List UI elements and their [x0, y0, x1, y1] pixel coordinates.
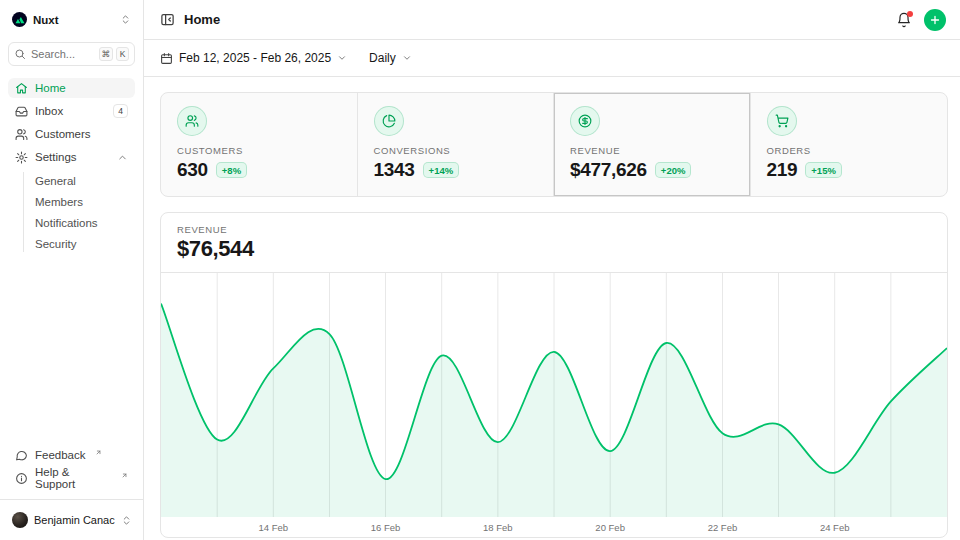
date-range-picker[interactable]: Feb 12, 2025 - Feb 26, 2025 [160, 51, 347, 65]
inbox-count-badge: 4 [113, 104, 128, 118]
user-name: Benjamin Canac [34, 514, 115, 526]
date-range-label: Feb 12, 2025 - Feb 26, 2025 [179, 51, 331, 65]
x-tick-label: 14 Feb [258, 522, 288, 533]
sidebar-item-label: Inbox [35, 105, 63, 117]
cart-icon [767, 106, 797, 136]
sidebar-item-general[interactable]: General [24, 170, 135, 191]
sidebar-collapse-icon[interactable] [160, 12, 175, 27]
chart-header: REVENUE $76,544 [161, 213, 947, 272]
interval-label: Daily [369, 51, 396, 65]
delta-badge: +14% [423, 162, 460, 178]
sidebar-item-home[interactable]: Home [8, 78, 135, 98]
stat-label: REVENUE [570, 145, 734, 156]
sidebar-item-settings[interactable]: Settings [8, 147, 135, 167]
settings-submenu: General Members Notifications Security [23, 170, 135, 254]
add-button[interactable] [924, 9, 946, 31]
divider [0, 499, 143, 500]
chevron-down-icon [337, 53, 347, 63]
external-link-icon [121, 472, 128, 479]
page-title: Home [184, 12, 220, 27]
filter-toolbar: Feb 12, 2025 - Feb 26, 2025 Daily [144, 40, 960, 77]
kbd-cmd: ⌘ [99, 47, 114, 61]
search-input[interactable]: Search... ⌘ K [8, 42, 135, 66]
calendar-icon [160, 52, 173, 65]
kbd-k: K [116, 47, 129, 61]
chevron-up-down-icon [121, 515, 132, 526]
sidebar-item-label: Feedback [35, 449, 86, 461]
workspace-name: Nuxt [33, 14, 59, 26]
delta-badge: +8% [216, 162, 247, 178]
nuxt-logo-icon [12, 12, 27, 27]
stat-card-customers[interactable]: CUSTOMERS 630 +8% [161, 93, 358, 196]
users-icon [177, 106, 207, 136]
chevron-down-icon [402, 53, 412, 63]
dollar-circle-icon [570, 106, 600, 136]
sidebar-item-feedback[interactable]: Feedback [8, 445, 135, 465]
workspace-switcher[interactable]: Nuxt [8, 8, 135, 31]
sidebar-item-label: Customers [35, 128, 91, 140]
chart-plot-area [161, 272, 947, 517]
search-shortcut: ⌘ K [99, 47, 130, 61]
dashboard-content: CUSTOMERS 630 +8% CONVERSIONS 1343 +14% [144, 77, 960, 540]
stat-card-orders[interactable]: ORDERS 219 +15% [751, 93, 948, 196]
sidebar-item-notifications[interactable]: Notifications [24, 212, 135, 233]
stat-value: $477,626 [570, 159, 647, 181]
sidebar-item-label: Settings [35, 151, 77, 163]
chart-metric-value: $76,544 [177, 236, 931, 262]
notification-dot [907, 11, 913, 17]
sidebar-item-security[interactable]: Security [24, 233, 135, 254]
chart-x-axis: 14 Feb16 Feb18 Feb20 Feb22 Feb24 Feb [161, 517, 947, 537]
sidebar-item-customers[interactable]: Customers [8, 124, 135, 144]
x-tick-label: 16 Feb [371, 522, 401, 533]
external-link-icon [95, 449, 102, 456]
delta-badge: +15% [805, 162, 842, 178]
user-menu[interactable]: Benjamin Canac [8, 503, 135, 532]
home-icon [15, 82, 28, 95]
sidebar-footer: Feedback Help & Support Benjamin Canac [8, 445, 135, 532]
info-circle-icon [15, 472, 28, 485]
revenue-chart-card: REVENUE $76,544 14 Feb16 Feb18 Feb20 Feb… [160, 212, 948, 538]
search-icon [14, 48, 26, 60]
chevron-up-down-icon [120, 14, 131, 25]
stat-label: ORDERS [767, 145, 932, 156]
users-icon [15, 128, 28, 141]
sidebar: Nuxt Search... ⌘ K Home [0, 0, 144, 540]
notifications-button[interactable] [896, 12, 912, 28]
stat-card-revenue[interactable]: REVENUE $477,626 +20% [554, 93, 751, 196]
stat-value: 630 [177, 159, 208, 181]
x-tick-label: 20 Feb [595, 522, 625, 533]
avatar [12, 512, 28, 528]
revenue-area-chart[interactable] [161, 273, 947, 517]
search-placeholder: Search... [31, 48, 75, 60]
stat-label: CONVERSIONS [374, 145, 538, 156]
x-tick-label: 24 Feb [820, 522, 850, 533]
interval-select[interactable]: Daily [369, 51, 412, 65]
x-tick-label: 18 Feb [483, 522, 513, 533]
stats-row: CUSTOMERS 630 +8% CONVERSIONS 1343 +14% [160, 92, 948, 197]
stat-label: CUSTOMERS [177, 145, 341, 156]
sidebar-item-label: Help & Support [35, 466, 112, 490]
chart-metric-label: REVENUE [177, 224, 931, 235]
pie-chart-icon [374, 106, 404, 136]
topbar: Home [144, 0, 960, 40]
message-bubble-icon [15, 449, 28, 462]
sidebar-item-inbox[interactable]: Inbox 4 [8, 101, 135, 121]
stat-value: 1343 [374, 159, 415, 181]
x-tick-label: 22 Feb [708, 522, 738, 533]
chevron-up-icon [117, 152, 128, 163]
gear-icon [15, 151, 28, 164]
sidebar-item-members[interactable]: Members [24, 191, 135, 212]
stat-card-conversions[interactable]: CONVERSIONS 1343 +14% [358, 93, 555, 196]
sidebar-item-help-support[interactable]: Help & Support [8, 468, 135, 488]
inbox-icon [15, 105, 28, 118]
dashboard-app: Nuxt Search... ⌘ K Home [0, 0, 960, 540]
sidebar-nav: Home Inbox 4 Customers Settings [8, 78, 135, 254]
delta-badge: +20% [655, 162, 692, 178]
stat-value: 219 [767, 159, 798, 181]
main-panel: Home Feb 12, 2025 - Feb 26, 2025 [144, 0, 960, 540]
sidebar-item-label: Home [35, 82, 66, 94]
